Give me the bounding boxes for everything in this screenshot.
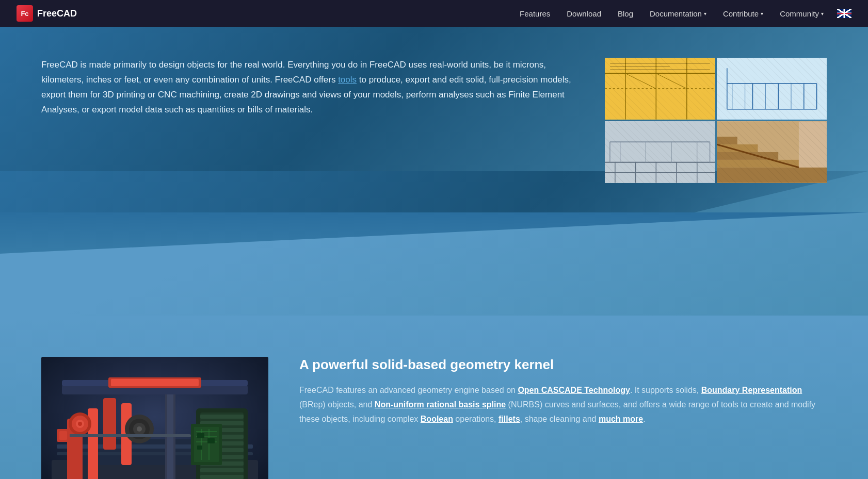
image-bottom-left — [605, 121, 715, 183]
geometry-heading: A powerful solid-based geometry kernel — [299, 357, 827, 373]
navbar: Fc FreeCAD Features Download Blog Docume… — [0, 0, 868, 27]
svg-rect-60 — [200, 475, 244, 479]
svg-rect-41 — [798, 121, 827, 167]
image-top-right — [717, 58, 827, 120]
svg-rect-91 — [59, 431, 67, 440]
language-flag[interactable] — [837, 9, 851, 18]
svg-rect-20 — [605, 121, 715, 183]
intro-section: FreeCAD is made primarily to design obje… — [0, 27, 868, 212]
fillets-link[interactable]: fillets — [499, 415, 520, 423]
svg-rect-37 — [717, 160, 799, 168]
more-link[interactable]: much more — [599, 415, 643, 423]
geometry-section: A powerful solid-based geometry kernel F… — [0, 316, 868, 479]
image-bottom-right — [717, 121, 827, 183]
logo-icon: Fc — [17, 5, 33, 22]
svg-rect-59 — [200, 468, 244, 472]
svg-rect-81 — [207, 438, 215, 443]
tools-link[interactable]: tools — [338, 75, 357, 85]
svg-rect-36 — [717, 168, 827, 183]
image-top-left — [605, 58, 715, 120]
nav-download[interactable]: Download — [559, 5, 608, 22]
intro-paragraph: FreeCAD is made primarily to design obje… — [41, 58, 574, 118]
nav-contribute[interactable]: Contribute ▾ — [716, 5, 770, 22]
nav-features[interactable]: Features — [512, 5, 557, 22]
svg-line-6 — [625, 73, 656, 89]
documentation-arrow: ▾ — [704, 11, 706, 16]
svg-rect-35 — [717, 121, 827, 183]
svg-rect-38 — [717, 152, 778, 160]
svg-rect-8 — [717, 58, 827, 119]
svg-rect-51 — [200, 415, 244, 419]
svg-line-42 — [717, 144, 799, 168]
svg-rect-74 — [194, 427, 219, 462]
geometry-description: FreeCAD features an advanced geometry en… — [299, 383, 827, 426]
svg-line-7 — [656, 73, 687, 89]
contribute-arrow: ▾ — [761, 11, 763, 16]
svg-rect-89 — [57, 434, 191, 437]
svg-point-68 — [78, 422, 82, 426]
boolean-link[interactable]: Boolean — [421, 415, 453, 423]
svg-rect-84 — [167, 383, 173, 479]
svg-rect-39 — [717, 144, 758, 152]
svg-rect-63 — [103, 398, 116, 450]
svg-rect-40 — [717, 137, 737, 144]
nav-community[interactable]: Community ▾ — [773, 5, 831, 22]
logo-text: FreeCAD — [37, 8, 77, 19]
opencascade-link[interactable]: Open CASCADE Technology — [518, 386, 630, 394]
geometry-content-column: A powerful solid-based geometry kernel F… — [299, 357, 827, 426]
svg-rect-88 — [111, 379, 199, 386]
community-arrow: ▾ — [821, 11, 824, 16]
image-grid — [605, 58, 827, 183]
svg-point-72 — [137, 426, 142, 432]
logo-link[interactable]: Fc FreeCAD — [17, 5, 77, 22]
cad-image — [41, 357, 268, 479]
nav-blog[interactable]: Blog — [610, 5, 640, 22]
intro-text-column: FreeCAD is made primarily to design obje… — [41, 58, 574, 118]
svg-rect-80 — [197, 433, 204, 438]
cnc-machine-svg — [41, 357, 268, 479]
nurbs-link[interactable]: Non-uniform rational basis spline — [375, 400, 506, 409]
arch-svg-2 — [717, 58, 827, 120]
nav-documentation[interactable]: Documentation ▾ — [642, 5, 714, 22]
arch-svg-4 — [717, 121, 827, 183]
arch-svg-3 — [605, 121, 715, 183]
svg-rect-82 — [197, 445, 202, 450]
diagonal-divider — [0, 212, 868, 316]
nav-links: Features Download Blog Documentation ▾ C… — [512, 5, 851, 22]
cad-image-column — [41, 357, 268, 479]
brep-link[interactable]: Boundary Representation — [701, 386, 802, 394]
